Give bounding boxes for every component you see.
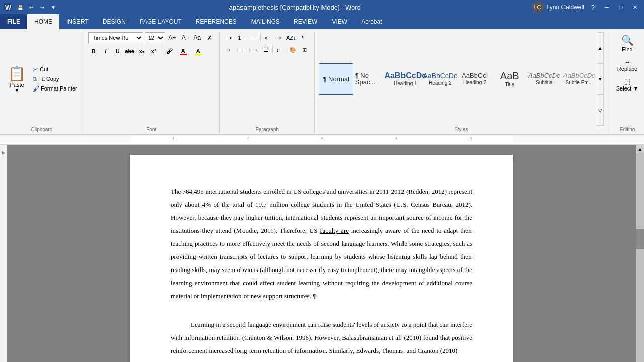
strikethrough-button[interactable]: abc	[124, 46, 135, 57]
paragraph-group: ≡• 1≡ ≡≡ ⇤ ⇥ AZ↓ ¶ ≡← ≡ ≡→ ☰ ↕≡	[220, 31, 315, 133]
copy-icon: ⧉	[33, 76, 37, 82]
align-left-button[interactable]: ≡←	[224, 44, 235, 55]
copy-button[interactable]: ⧉ Fa Copy	[31, 75, 79, 83]
replace-label: Replace	[617, 66, 637, 72]
clear-format-button[interactable]: ✗	[204, 32, 215, 43]
style-title[interactable]: AaB Title	[493, 63, 527, 95]
styles-group-label: Styles	[319, 126, 604, 132]
bold-button[interactable]: B	[88, 46, 99, 57]
style-no-spacing[interactable]: ¶ No Spac...	[354, 63, 388, 95]
align-right-button[interactable]: ≡→	[248, 44, 259, 55]
styles-expand[interactable]: ▽	[597, 95, 604, 126]
format-painter-label: Format Painter	[41, 85, 77, 92]
align-center-button[interactable]: ≡	[236, 44, 247, 55]
tab-acrobat[interactable]: Acrobat	[354, 14, 389, 29]
style-heading-3[interactable]: AaBbCcI Heading 3	[458, 63, 492, 95]
redo-quick-btn[interactable]: ↪	[37, 2, 47, 12]
ruler-mark-1: 1	[172, 136, 174, 140]
save-quick-btn[interactable]: 💾	[15, 2, 25, 12]
decrease-indent-button[interactable]: ⇤	[262, 32, 273, 43]
find-button[interactable]: 🔍 Find	[617, 32, 638, 54]
style-subtle-em-preview: AaBbCcDc	[563, 72, 595, 79]
style-title-label: Title	[505, 82, 514, 87]
help-button[interactable]: ?	[588, 3, 598, 12]
user-avatar: LC	[532, 1, 544, 13]
font-group-content: Times New Ro 12 A+ A- Aa ✗ B I U abc x₂	[88, 32, 215, 126]
title-bar: W 💾 ↩ ↪ ▼ apasamplethesis [Compatibility…	[0, 0, 644, 14]
scroll-track[interactable]	[636, 153, 644, 362]
text-highlight-color-button[interactable]: A	[191, 46, 205, 57]
sort-button[interactable]: AZ↓	[286, 32, 297, 43]
increase-font-button[interactable]: A+	[167, 32, 178, 43]
style-normal[interactable]: ¶ Normal	[319, 63, 353, 95]
faculty-are-underline: faculty are	[320, 227, 349, 234]
show-marks-button[interactable]: ¶	[298, 32, 309, 43]
tab-view[interactable]: VIEW	[325, 14, 354, 29]
style-title-preview: AaB	[500, 71, 519, 81]
line-spacing-button[interactable]: ↕≡	[274, 44, 285, 55]
superscript-button[interactable]: x²	[148, 46, 159, 57]
style-heading-1-label: Heading 1	[394, 81, 417, 86]
style-heading-1[interactable]: AaBbCcDc Heading 1	[388, 63, 423, 95]
scroll-up-button[interactable]: ▲	[636, 145, 644, 153]
tab-review[interactable]: REVIEW	[287, 14, 325, 29]
paste-button[interactable]: 📋 Paste ▼	[4, 63, 30, 95]
paste-dropdown[interactable]: ▼	[15, 88, 19, 93]
document-page: The 764,495 international students enrol…	[130, 155, 513, 362]
font-group-label: Font	[88, 126, 215, 132]
decrease-font-button[interactable]: A-	[179, 32, 190, 43]
font-family-select[interactable]: Times New Ro	[88, 32, 143, 43]
styles-scroll-down[interactable]: ▼	[597, 63, 604, 95]
vertical-scrollbar[interactable]: ▲ ▼	[636, 145, 644, 362]
close-button[interactable]: ✕	[630, 2, 640, 12]
restore-button[interactable]: □	[616, 2, 626, 12]
numbering-button[interactable]: 1≡	[236, 32, 247, 43]
paste-label: Paste	[10, 82, 24, 88]
increase-indent-button[interactable]: ⇥	[274, 32, 285, 43]
ribbon-tab-bar: FILE HOME INSERT DESIGN PAGE LAYOUT REFE…	[0, 14, 644, 29]
style-subtitle[interactable]: AaBbCcDc Subtitle	[527, 63, 561, 95]
borders-button[interactable]: ⊞	[299, 44, 310, 55]
document-scroll-area[interactable]: The 764,495 international students enrol…	[7, 145, 636, 362]
multilevel-button[interactable]: ≡≡	[248, 32, 259, 43]
find-label: Find	[622, 46, 632, 52]
style-heading-2[interactable]: AaBbCcDc Heading 2	[423, 63, 457, 95]
undo-quick-btn[interactable]: ↩	[26, 2, 36, 12]
tab-page-layout[interactable]: PAGE LAYOUT	[133, 14, 189, 29]
style-no-spacing-preview: ¶ No Spac...	[355, 72, 386, 85]
paragraph-1: The 764,495 international students enrol…	[171, 185, 472, 303]
tab-insert[interactable]: INSERT	[59, 14, 96, 29]
editing-group-content: 🔍 Find ↔ Replace ⬚ Select ▼	[612, 32, 643, 126]
customize-quick-btn[interactable]: ▼	[48, 2, 58, 12]
clipboard-group-label: Clipboard	[4, 126, 79, 132]
font-size-select[interactable]: 12	[145, 32, 165, 43]
ribbon-content: 📋 Paste ▼ ✂ Cut ⧉ Fa Copy 🖌 Forma	[0, 29, 644, 134]
shading-button[interactable]: 🎨	[287, 44, 298, 55]
subscript-button[interactable]: x₂	[136, 46, 147, 57]
select-button[interactable]: ⬚ Select ▼	[612, 76, 643, 94]
cut-button[interactable]: ✂ Cut	[31, 65, 79, 74]
tab-mailings[interactable]: MAILINGS	[244, 14, 287, 29]
replace-button[interactable]: ↔ Replace	[613, 56, 641, 74]
font-color-button[interactable]: A	[176, 46, 190, 57]
tab-references[interactable]: REFERENCES	[189, 14, 244, 29]
font-name-row: Times New Ro 12 A+ A- Aa ✗	[88, 32, 215, 43]
minimize-button[interactable]: ─	[602, 2, 612, 12]
tab-file[interactable]: FILE	[0, 14, 27, 29]
text-highlight-button[interactable]: 🖊	[164, 46, 175, 57]
change-case-button[interactable]: Aa	[192, 32, 203, 43]
format-painter-button[interactable]: 🖌 Format Painter	[31, 84, 79, 94]
style-heading-3-label: Heading 3	[463, 80, 487, 85]
tab-design[interactable]: DESIGN	[96, 14, 133, 29]
cut-label: Cut	[40, 66, 48, 72]
italic-button[interactable]: I	[100, 46, 111, 57]
tab-home[interactable]: HOME	[27, 14, 59, 29]
para-row-2: ≡← ≡ ≡→ ☰ ↕≡ 🎨 ⊞	[224, 44, 310, 55]
style-subtle-em[interactable]: AaBbCcDc Subtle Em...	[562, 63, 596, 95]
underline-button[interactable]: U	[112, 46, 123, 57]
scroll-thumb[interactable]	[636, 229, 644, 249]
styles-scroll-up[interactable]: ▲	[597, 32, 604, 63]
font-separator	[162, 47, 162, 56]
bullets-button[interactable]: ≡•	[224, 32, 235, 43]
justify-button[interactable]: ☰	[260, 44, 271, 55]
